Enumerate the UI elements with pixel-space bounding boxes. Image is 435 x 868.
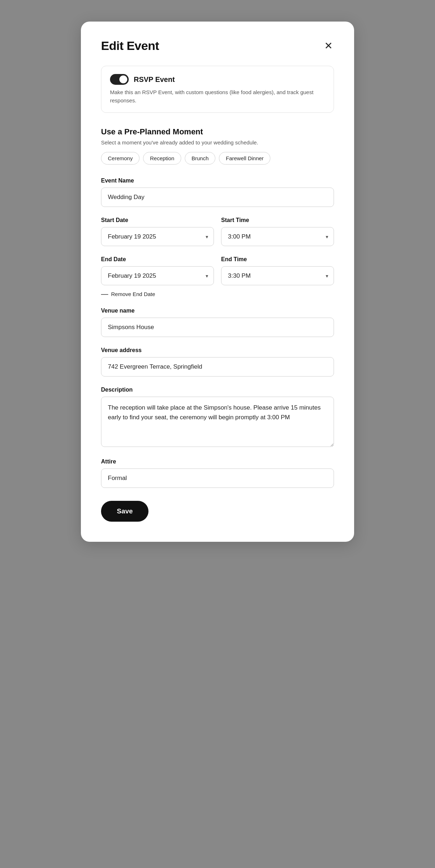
pre-planned-tags: Ceremony Reception Brunch Farewell Dinne… [101, 152, 334, 165]
tag-reception[interactable]: Reception [143, 152, 181, 165]
end-date-group: End Date February 19 2025 ▾ [101, 256, 214, 285]
tag-ceremony[interactable]: Ceremony [101, 152, 139, 165]
description-label: Description [101, 387, 334, 393]
pre-planned-subtitle: Select a moment you've already added to … [101, 139, 334, 146]
attire-group: Attire [101, 458, 334, 488]
modal-header: Edit Event ✕ [101, 39, 334, 53]
modal-title: Edit Event [101, 39, 159, 53]
rsvp-header: RSVP Event [110, 74, 325, 85]
venue-address-label: Venue address [101, 347, 334, 354]
start-row: Start Date February 19 2025 ▾ Start Time… [101, 217, 334, 246]
rsvp-label: RSVP Event [134, 75, 175, 84]
event-name-label: Event Name [101, 177, 334, 184]
venue-name-group: Venue name [101, 308, 334, 337]
end-row: End Date February 19 2025 ▾ End Time 3:3… [101, 256, 334, 285]
remove-end-date-icon: — [101, 290, 108, 297]
remove-end-date-button[interactable]: — Remove End Date [101, 290, 334, 297]
description-textarea[interactable]: The reception will take place at the Sim… [101, 397, 334, 447]
remove-end-date-label: Remove End Date [111, 291, 155, 297]
start-time-select[interactable]: 3:00 PM [221, 227, 334, 246]
venue-name-label: Venue name [101, 308, 334, 314]
end-time-label: End Time [221, 256, 334, 263]
description-group: Description The reception will take plac… [101, 387, 334, 448]
end-time-wrapper: 3:30 PM ▾ [221, 266, 334, 285]
start-time-group: Start Time 3:00 PM ▾ [221, 217, 334, 246]
rsvp-description: Make this an RSVP Event, with custom que… [110, 88, 325, 105]
event-name-group: Event Name [101, 177, 334, 207]
attire-label: Attire [101, 458, 334, 465]
tag-farewell-dinner[interactable]: Farewell Dinner [219, 152, 270, 165]
close-button[interactable]: ✕ [323, 40, 334, 52]
end-date-label: End Date [101, 256, 214, 263]
rsvp-toggle[interactable] [110, 74, 129, 85]
end-time-select[interactable]: 3:30 PM [221, 266, 334, 285]
event-name-input[interactable] [101, 188, 334, 207]
pre-planned-title: Use a Pre-Planned Moment [101, 127, 334, 137]
rsvp-box: RSVP Event Make this an RSVP Event, with… [101, 66, 334, 113]
start-date-label: Start Date [101, 217, 214, 223]
attire-input[interactable] [101, 468, 334, 488]
end-date-wrapper: February 19 2025 ▾ [101, 266, 214, 285]
start-time-label: Start Time [221, 217, 334, 223]
modal: Edit Event ✕ RSVP Event Make this an RSV… [81, 22, 354, 542]
start-date-group: Start Date February 19 2025 ▾ [101, 217, 214, 246]
start-date-select[interactable]: February 19 2025 [101, 227, 214, 246]
pre-planned-section: Use a Pre-Planned Moment Select a moment… [101, 127, 334, 165]
end-date-select[interactable]: February 19 2025 [101, 266, 214, 285]
backdrop: Edit Event ✕ RSVP Event Make this an RSV… [0, 0, 435, 868]
venue-address-group: Venue address [101, 347, 334, 377]
venue-name-input[interactable] [101, 318, 334, 337]
save-button[interactable]: Save [101, 501, 148, 522]
end-time-group: End Time 3:30 PM ▾ [221, 256, 334, 285]
start-date-wrapper: February 19 2025 ▾ [101, 227, 214, 246]
start-time-wrapper: 3:00 PM ▾ [221, 227, 334, 246]
venue-address-input[interactable] [101, 357, 334, 377]
tag-brunch[interactable]: Brunch [185, 152, 216, 165]
